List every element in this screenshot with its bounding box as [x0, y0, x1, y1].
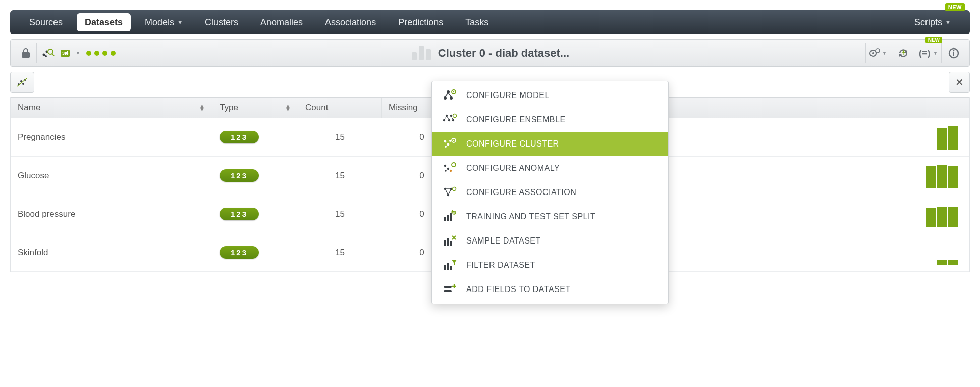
- cluster-view-button[interactable]: [37, 43, 59, 63]
- column-name[interactable]: Name ▲▼: [11, 98, 212, 118]
- filter-icon: [441, 258, 458, 272]
- ensemble-icon: [441, 113, 458, 127]
- svg-point-36: [453, 114, 457, 118]
- scatter-icon: [16, 76, 29, 88]
- nav-scripts-label: Scripts: [914, 17, 942, 28]
- cell-name: Blood pressure: [11, 195, 212, 233]
- menu-item-label: SAMPLE DATASET: [466, 236, 541, 246]
- nav-clusters[interactable]: Clusters: [194, 10, 249, 34]
- cell-name: Glucose: [11, 157, 212, 195]
- lock-icon: [21, 47, 31, 59]
- numeric-type-pill: 123: [220, 208, 259, 220]
- info-button[interactable]: [941, 43, 965, 63]
- svg-rect-60: [447, 238, 449, 246]
- refresh-bolt-icon: [897, 47, 909, 59]
- histogram-config-button[interactable]: 3 0 ▼: [59, 43, 81, 63]
- svg-text:(≡): (≡): [919, 48, 931, 58]
- chevron-down-icon: ▼: [882, 51, 887, 56]
- menu-item-anomaly[interactable]: CONFIGURE ANOMALY: [432, 156, 668, 180]
- sort-icon: ▲▼: [199, 104, 205, 111]
- nav-models-label: Models: [145, 17, 174, 28]
- svg-rect-14: [953, 52, 954, 56]
- svg-rect-8: [67, 51, 68, 55]
- svg-rect-64: [444, 265, 446, 270]
- svg-point-10: [872, 52, 874, 54]
- new-badge: NEW: [945, 3, 965, 11]
- cell-count: 15: [298, 233, 382, 271]
- menu-item-model[interactable]: CONFIGURE MODEL: [432, 83, 668, 108]
- svg-point-15: [953, 50, 954, 52]
- cell-count: 15: [298, 157, 382, 195]
- column-type-label: Type: [220, 103, 238, 113]
- cell-type: 123: [212, 195, 298, 233]
- svg-rect-61: [450, 241, 452, 246]
- svg-point-47: [452, 163, 456, 167]
- svg-point-37: [444, 140, 447, 143]
- svg-rect-57: [450, 213, 452, 221]
- svg-point-0: [42, 54, 45, 56]
- gears-icon: [869, 47, 881, 59]
- column-name-label: Name: [18, 103, 40, 113]
- chevron-down-icon: ▼: [933, 51, 938, 56]
- nav-associations[interactable]: Associations: [314, 10, 387, 34]
- scatter-search-icon: [41, 47, 55, 59]
- nav-anomalies[interactable]: Anomalies: [249, 10, 314, 34]
- svg-line-24: [445, 93, 448, 97]
- svg-point-46: [450, 170, 452, 172]
- svg-point-38: [447, 143, 450, 146]
- cell-type: 123: [212, 157, 298, 195]
- nav-datasets[interactable]: Datasets: [77, 13, 131, 31]
- anomaly-icon: [441, 161, 458, 175]
- chevron-down-icon: ▼: [76, 51, 80, 56]
- svg-point-44: [447, 168, 449, 170]
- svg-rect-65: [447, 263, 449, 270]
- column-type[interactable]: Type ▲▼: [212, 98, 298, 118]
- nav-scripts[interactable]: Scripts ▼ NEW: [903, 10, 962, 34]
- numeric-type-pill: 123: [220, 169, 259, 182]
- new-badge: NEW: [925, 37, 942, 43]
- chevron-down-icon: ▼: [945, 19, 951, 25]
- svg-line-33: [444, 116, 447, 120]
- clear-search-button[interactable]: ✕: [949, 72, 970, 93]
- svg-line-34: [447, 116, 449, 120]
- histogram-bars: [937, 125, 962, 150]
- menu-item-split[interactable]: TRAINING AND TEST SET SPLIT: [432, 205, 668, 229]
- histogram-gear-icon: 3 0: [60, 47, 75, 59]
- privacy-lock-button[interactable]: [15, 43, 37, 63]
- menu-item-label: CONFIGURE ENSEMBLE: [466, 115, 566, 124]
- numeric-type-pill: 123: [220, 246, 259, 259]
- svg-point-27: [453, 91, 454, 92]
- cell-type: 123: [212, 233, 298, 271]
- menu-item-association[interactable]: CONFIGURE ASSOCIATION: [432, 180, 668, 205]
- refresh-button[interactable]: [891, 43, 915, 63]
- scatterplot-button[interactable]: [10, 72, 34, 93]
- histogram-bars: [926, 163, 962, 188]
- nav-models[interactable]: Models ▼: [134, 10, 194, 34]
- svg-point-42: [453, 140, 454, 141]
- cell-name: Pregnancies: [11, 118, 212, 156]
- menu-item-ensemble[interactable]: CONFIGURE ENSEMBLE: [432, 108, 668, 132]
- nav-sources[interactable]: Sources: [18, 10, 74, 34]
- column-count-label: Count: [305, 103, 328, 113]
- menu-item-label: CONFIGURE CLUSTER: [466, 139, 559, 149]
- info-icon: [948, 47, 959, 59]
- sort-icon: ▲▼: [285, 104, 291, 111]
- numeric-type-pill: 123: [220, 131, 259, 143]
- column-count[interactable]: Count: [298, 98, 382, 118]
- svg-rect-66: [450, 266, 452, 270]
- script-button[interactable]: (≡) ▼ NEW: [916, 43, 940, 63]
- cluster-icon: [441, 137, 458, 151]
- svg-rect-59: [444, 240, 446, 246]
- menu-item-cluster[interactable]: CONFIGURE CLUSTER: [432, 132, 668, 156]
- svg-point-2: [45, 55, 47, 57]
- svg-point-11: [876, 49, 880, 53]
- parentheses-script-icon: (≡): [919, 48, 932, 58]
- nav-predictions[interactable]: Predictions: [387, 10, 454, 34]
- cell-name: Skinfold: [11, 233, 212, 271]
- histogram-bars: [937, 240, 962, 265]
- menu-item-sample[interactable]: SAMPLE DATASET: [432, 229, 668, 253]
- nav-tasks[interactable]: Tasks: [454, 10, 500, 34]
- configure-menu-button[interactable]: ▼: [865, 43, 890, 63]
- svg-rect-56: [447, 215, 449, 221]
- menu-item-filter[interactable]: FILTER DATASET: [432, 253, 668, 272]
